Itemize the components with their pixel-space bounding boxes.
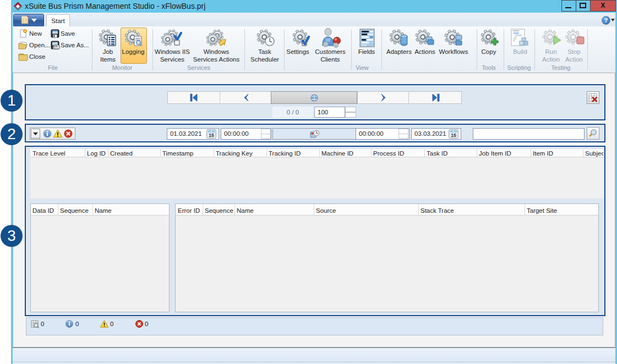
- svg-text:15: 15: [209, 133, 214, 138]
- svg-text:15: 15: [451, 133, 456, 138]
